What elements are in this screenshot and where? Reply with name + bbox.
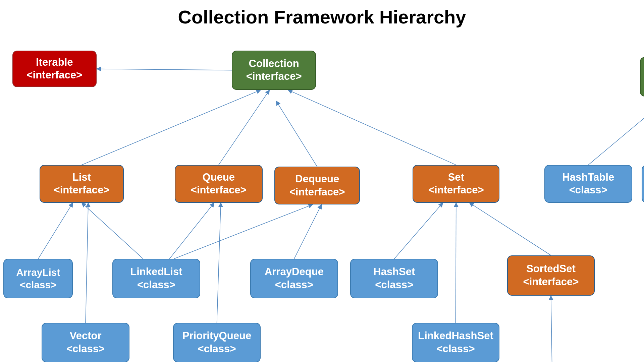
edge-vector-to-list xyxy=(86,203,88,323)
node-set: Set<interface> xyxy=(413,165,499,203)
node-collection: Collection<interface> xyxy=(232,51,316,90)
node-list: List<interface> xyxy=(40,165,124,203)
node-stereotype: <interface> xyxy=(17,69,92,82)
edge-treeset-to-sortedset xyxy=(551,296,552,362)
diagram-canvas: Collection Framework Hierarchy Iterable<… xyxy=(0,0,644,362)
node-iterable: Iterable<interface> xyxy=(12,51,97,87)
node-label: Collection xyxy=(236,57,311,70)
node-label: LinkedList xyxy=(117,265,196,279)
node-hashset: HashSet<class> xyxy=(350,259,438,298)
node-label: SortedSet xyxy=(512,262,590,276)
node-sortedset: SortedSet<interface> xyxy=(507,255,595,296)
edge-arraylist-to-list xyxy=(38,203,73,259)
node-vector: Vector<class> xyxy=(42,323,129,362)
node-stereotype: <class> xyxy=(549,184,628,197)
node-stereotype: <interface> xyxy=(279,186,355,199)
diagram-title: Collection Framework Hierarchy xyxy=(0,6,644,28)
edge-arraydeque-to-dequeue xyxy=(294,204,322,259)
node-stereotype: <class> xyxy=(417,343,495,356)
edge-collection-to-iterable xyxy=(97,69,232,70)
edge-hashset-to-set xyxy=(394,203,443,259)
node-stereotype: <interface> xyxy=(236,70,311,83)
node-hashtable: HashTable<class> xyxy=(544,165,632,203)
edge-list-to-collection xyxy=(82,90,261,165)
node-map: Map<interface> xyxy=(640,57,644,97)
edge-hashtable-to-map xyxy=(588,97,644,165)
node-stereotype: <interface> xyxy=(44,184,119,197)
node-label: PriorityQueue xyxy=(178,329,256,343)
node-label: Vector xyxy=(46,329,125,343)
node-stereotype: <class> xyxy=(355,279,433,292)
node-label: ArrayList xyxy=(8,266,68,279)
node-stereotype: <interface> xyxy=(417,184,495,197)
node-stereotype: <interface> xyxy=(179,184,258,197)
edge-linkedlist-to-dequeue xyxy=(174,204,313,259)
edge-linkedlist-to-list xyxy=(82,203,143,259)
node-label: ArrayDeque xyxy=(255,265,333,279)
node-stereotype: <class> xyxy=(255,279,333,292)
node-linkedhashset: LinkedHashSet<class> xyxy=(412,323,500,362)
node-dequeue: Dequeue<interface> xyxy=(274,167,360,204)
edge-set-to-collection xyxy=(288,90,456,165)
node-stereotype: <interface> xyxy=(512,276,590,289)
node-queue: Queue<interface> xyxy=(175,165,263,203)
node-stereotype: <class> xyxy=(178,343,256,356)
node-label: HashTable xyxy=(549,171,628,184)
edge-queue-to-collection xyxy=(219,90,270,165)
edge-linkedhashset-to-set xyxy=(456,203,456,323)
node-stereotype: <class> xyxy=(46,343,125,356)
node-linkedlist: LinkedList<class> xyxy=(112,259,200,298)
node-label: Queue xyxy=(179,171,258,184)
node-label: Iterable xyxy=(17,56,92,69)
node-arraydeque: ArrayDeque<class> xyxy=(250,259,338,298)
edge-sortedset-to-set xyxy=(469,203,551,255)
node-arraylist: ArrayList<class> xyxy=(3,259,73,298)
edge-dequeue-to-collection xyxy=(276,101,317,167)
node-label: Dequeue xyxy=(279,173,355,186)
node-stereotype: <class> xyxy=(8,279,68,291)
node-label: Set xyxy=(417,171,495,184)
node-hashmap: HashMap<class> xyxy=(642,165,644,203)
edge-linkedlist-to-queue xyxy=(169,203,214,259)
node-stereotype: <class> xyxy=(117,279,196,292)
node-label: List xyxy=(44,171,119,184)
edge-priorityqueue-to-queue xyxy=(217,203,221,323)
node-label: LinkedHashSet xyxy=(417,329,495,343)
node-priorityqueue: PriorityQueue<class> xyxy=(173,323,261,362)
node-label: HashSet xyxy=(355,265,433,279)
